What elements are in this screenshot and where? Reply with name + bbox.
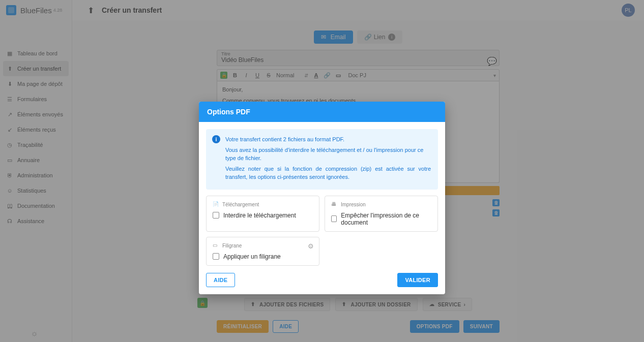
print-icon: 🖶 xyxy=(331,201,338,208)
card-heading: Téléchargement xyxy=(222,202,259,207)
info-icon: i xyxy=(212,135,220,143)
modal-pdf-options: Options PDF i Votre transfert contient 2… xyxy=(199,102,445,294)
gear-icon[interactable]: ⚙ xyxy=(308,242,314,250)
card-print: 🖶Impression Empêcher l'impression de ce … xyxy=(325,196,438,232)
card-watermark: ⚙ ▭Filigrane Appliquer un filigrane xyxy=(206,237,319,266)
checkbox-label: Appliquer un filigrane xyxy=(223,253,281,260)
info-line: Vous avez la possibilité d'interdire le … xyxy=(225,146,431,163)
checkbox-label: Interdire le téléchargement xyxy=(223,212,296,219)
info-line: Veuillez noter que si la fonction de com… xyxy=(225,165,431,181)
checkbox-watermark[interactable] xyxy=(213,253,219,260)
checkbox-label: Empêcher l'impression de ce document xyxy=(341,212,431,226)
info-line: Votre transfert contient 2 fichiers au f… xyxy=(225,135,431,144)
modal-overlay[interactable]: Options PDF i Votre transfert contient 2… xyxy=(0,0,644,342)
info-box: i Votre transfert contient 2 fichiers au… xyxy=(206,129,438,190)
checkbox-print[interactable] xyxy=(331,215,337,222)
checkbox-download[interactable] xyxy=(213,212,219,219)
card-heading: Impression xyxy=(341,202,366,207)
card-heading: Filigrane xyxy=(222,243,242,248)
modal-title: Options PDF xyxy=(199,102,445,122)
modal-validate-button[interactable]: VALIDER xyxy=(397,273,438,287)
download-icon: 📄 xyxy=(213,201,219,208)
card-download: 📄Téléchargement Interdire le téléchargem… xyxy=(206,196,319,232)
watermark-icon: ▭ xyxy=(213,242,219,249)
modal-help-button[interactable]: AIDE xyxy=(206,273,235,287)
